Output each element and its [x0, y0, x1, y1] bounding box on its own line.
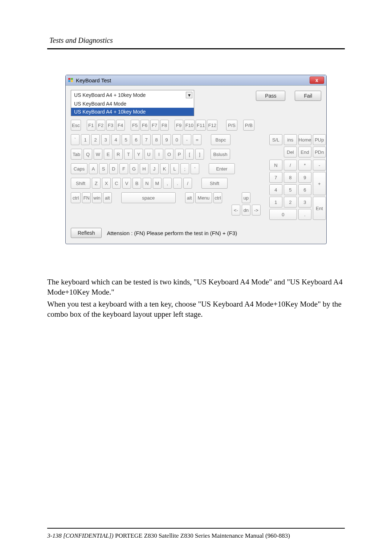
key-left-ctrl[interactable]: ctrl	[71, 192, 81, 203]
key-f12[interactable]: F12	[207, 120, 217, 131]
numpad-5[interactable]: 5	[284, 184, 297, 195]
numpad-7[interactable]: 7	[269, 172, 282, 183]
numpad-divide[interactable]: /	[284, 160, 297, 171]
numpad-enter[interactable]: Ent	[313, 197, 326, 220]
key-win[interactable]: win	[92, 192, 102, 203]
fail-button[interactable]: Fail	[295, 91, 321, 101]
key-f9[interactable]: F9	[175, 120, 183, 131]
key-backslash[interactable]: Bslush	[211, 149, 230, 160]
key-f3[interactable]: F3	[106, 120, 115, 131]
key-f6[interactable]: F6	[140, 120, 149, 131]
key-space[interactable]: space	[121, 192, 176, 203]
key-j[interactable]: J	[150, 163, 159, 174]
key-2[interactable]: 2	[91, 134, 100, 145]
key-o[interactable]: O	[165, 149, 173, 160]
key-f5[interactable]: F5	[131, 120, 139, 131]
key-fn[interactable]: FN	[82, 192, 91, 203]
numpad-plus[interactable]: +	[313, 172, 326, 195]
key-pagedown[interactable]: PDn	[313, 147, 326, 157]
key-end[interactable]: End	[298, 147, 311, 157]
combobox-option[interactable]: US KeyBoard A4 + 10key Mode	[71, 108, 194, 116]
key-f[interactable]: F	[119, 163, 128, 174]
numpad-numlock[interactable]: N	[269, 160, 282, 171]
key-f11[interactable]: F11	[196, 120, 206, 131]
key-right-ctrl[interactable]: ctrl	[213, 192, 222, 203]
key-x[interactable]: X	[102, 178, 111, 189]
key-minus[interactable]: -	[183, 134, 191, 145]
key-y[interactable]: Y	[134, 149, 143, 160]
key-enter[interactable]: Enter	[209, 163, 235, 174]
key-d[interactable]: D	[109, 163, 118, 174]
key-h[interactable]: H	[140, 163, 148, 174]
key-f2[interactable]: F2	[97, 120, 105, 131]
key-m[interactable]: M	[153, 178, 162, 189]
key-f4[interactable]: F4	[116, 120, 125, 131]
key-right-shift[interactable]: Shift	[201, 178, 228, 189]
key-4[interactable]: 4	[111, 134, 120, 145]
reflesh-button[interactable]: Reflesh	[71, 228, 102, 238]
key-w[interactable]: W	[94, 149, 102, 160]
combobox-option[interactable]: US KeyBoard A4 Mode	[71, 100, 194, 108]
key-delete[interactable]: Del	[284, 147, 297, 157]
key-7[interactable]: 7	[142, 134, 151, 145]
key-6[interactable]: 6	[132, 134, 140, 145]
key-r[interactable]: R	[114, 149, 123, 160]
key-b[interactable]: B	[132, 178, 141, 189]
key-t[interactable]: T	[124, 149, 133, 160]
key-grave[interactable]: `	[71, 134, 79, 145]
key-right-alt[interactable]: alt	[185, 192, 194, 203]
key-insert[interactable]: ins	[284, 134, 297, 145]
key-arrow-up[interactable]: up	[242, 192, 250, 203]
key-f10[interactable]: F10	[184, 120, 195, 131]
key-pause[interactable]: P/B	[243, 120, 254, 131]
key-backspace[interactable]: Bspc	[211, 134, 230, 145]
key-v[interactable]: V	[122, 178, 131, 189]
layout-combobox[interactable]: US KeyBoard A4 + 10key Mode ▾ US KeyBoar…	[71, 90, 194, 100]
key-f8[interactable]: F8	[160, 120, 169, 131]
key-scroll-lock[interactable]: S/L	[269, 134, 282, 145]
key-n[interactable]: N	[143, 178, 151, 189]
numpad-dot[interactable]: .	[298, 209, 311, 220]
key-u[interactable]: U	[144, 149, 153, 160]
key-arrow-down[interactable]: dn	[242, 205, 250, 216]
numpad-4[interactable]: 4	[269, 184, 282, 195]
numpad-multiply[interactable]: *	[298, 160, 311, 171]
numpad-minus[interactable]: -	[313, 160, 326, 171]
key-e[interactable]: E	[104, 149, 113, 160]
key-slash[interactable]: /	[183, 178, 192, 189]
key-f7[interactable]: F7	[150, 120, 159, 131]
key-s[interactable]: S	[99, 163, 108, 174]
numpad-8[interactable]: 8	[284, 172, 297, 183]
key-pageup[interactable]: PUp	[313, 134, 326, 145]
key-apostrophe[interactable]: '	[191, 163, 199, 174]
key-1[interactable]: 1	[81, 134, 90, 145]
pass-button[interactable]: Pass	[256, 91, 285, 101]
key-esc[interactable]: Esc	[71, 120, 81, 131]
key-f1[interactable]: F1	[87, 120, 95, 131]
key-semicolon[interactable]: ;	[180, 163, 189, 174]
close-button[interactable]: x	[310, 77, 324, 84]
key-g[interactable]: G	[130, 163, 138, 174]
key-p[interactable]: P	[175, 149, 184, 160]
key-9[interactable]: 9	[162, 134, 171, 145]
key-a[interactable]: A	[89, 163, 98, 174]
numpad-9[interactable]: 9	[298, 172, 311, 183]
key-period[interactable]: .	[173, 178, 182, 189]
key-i[interactable]: I	[155, 149, 163, 160]
key-lbracket[interactable]: [	[185, 149, 194, 160]
key-z[interactable]: Z	[92, 178, 101, 189]
key-rbracket[interactable]: ]	[195, 149, 204, 160]
numpad-1[interactable]: 1	[269, 197, 282, 208]
key-l[interactable]: L	[170, 163, 179, 174]
key-caps[interactable]: Caps	[71, 163, 87, 174]
key-c[interactable]: C	[112, 178, 121, 189]
key-equal[interactable]: =	[193, 134, 201, 145]
key-k[interactable]: K	[160, 163, 169, 174]
key-0[interactable]: 0	[172, 134, 181, 145]
key-menu[interactable]: Menu	[195, 192, 212, 203]
key-comma[interactable]: ,	[163, 178, 172, 189]
key-q[interactable]: Q	[83, 149, 92, 160]
numpad-2[interactable]: 2	[284, 197, 297, 208]
key-home[interactable]: Home	[298, 134, 311, 145]
key-arrow-left[interactable]: <-	[232, 205, 240, 216]
